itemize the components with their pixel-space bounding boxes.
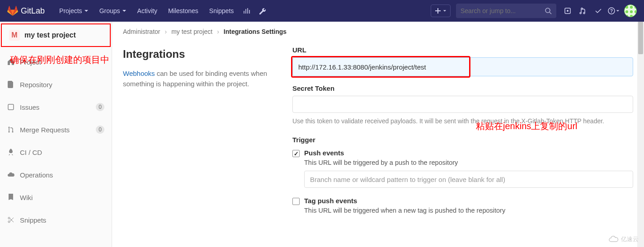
sidebar-item-wiki[interactable]: Wiki: [0, 188, 112, 207]
token-help-text: Use this token to validate received payl…: [292, 117, 633, 126]
svg-point-10: [8, 221, 10, 223]
chevron-down-icon: [84, 9, 89, 13]
brand-text: GitLab: [21, 6, 45, 16]
merge-icon: [7, 126, 14, 133]
push-events-label: Push events: [304, 149, 344, 157]
watermark: 亿速云: [608, 235, 639, 243]
todos-icon[interactable]: [591, 0, 606, 22]
breadcrumb-separator: ›: [165, 28, 167, 35]
merge-requests-shortcut-icon[interactable]: [575, 0, 591, 22]
svg-point-7: [9, 131, 10, 133]
sidebar-item-issues[interactable]: Issues0: [0, 98, 112, 117]
tag-push-events-desc: This URL will be triggered when a new ta…: [304, 207, 633, 214]
nav-milestones[interactable]: Milestones: [163, 0, 204, 22]
page-description: Webhooks can be used for binding events …: [123, 69, 274, 89]
url-input-full[interactable]: [292, 57, 633, 76]
svg-rect-5: [8, 104, 14, 110]
issues-icon: [7, 103, 14, 111]
user-avatar[interactable]: [624, 5, 637, 17]
nav-activity[interactable]: Activity: [132, 0, 163, 22]
rocket-icon: [7, 149, 14, 156]
sidebar-item-snippets[interactable]: Snippets: [0, 210, 112, 229]
sidebar-item-merge-requests[interactable]: Merge Requests0: [0, 120, 112, 139]
push-events-checkbox[interactable]: [292, 150, 300, 157]
global-search[interactable]: [456, 4, 556, 18]
svg-point-2: [567, 10, 569, 12]
breadcrumb-owner[interactable]: Administrator: [123, 28, 160, 35]
nav-snippets[interactable]: Snippets: [204, 0, 239, 22]
mr-count-badge: 0: [96, 126, 104, 134]
book-icon: [8, 194, 14, 201]
breadcrumb-separator: ›: [217, 28, 219, 35]
breadcrumb-project[interactable]: my test project: [171, 28, 212, 35]
new-dropdown-button[interactable]: [431, 5, 451, 17]
trigger-label: Trigger: [292, 136, 633, 144]
cloud-icon: [7, 171, 14, 178]
url-label: URL: [292, 46, 633, 54]
nav-projects[interactable]: Projects: [54, 0, 94, 22]
push-events-desc: This URL will be triggered by a push to …: [304, 159, 633, 166]
svg-point-9: [8, 217, 10, 219]
project-avatar: M: [9, 30, 20, 41]
sidebar-item-cicd[interactable]: CI / CD: [0, 143, 112, 162]
brand-logo[interactable]: GitLab: [7, 5, 45, 16]
svg-point-6: [9, 127, 10, 128]
tag-push-events-label: Tag push events: [304, 197, 357, 205]
token-label: Secret Token: [292, 84, 633, 92]
search-icon: [545, 7, 552, 14]
nav-groups[interactable]: Groups: [94, 0, 132, 22]
chevron-down-icon: [616, 9, 620, 13]
annotation-url: 粘贴在jenkins上复制的url: [476, 120, 577, 132]
issues-count-badge: 0: [96, 103, 104, 111]
plus-icon: [435, 8, 441, 14]
secret-token-input[interactable]: [292, 96, 633, 113]
sidebar-item-operations[interactable]: Operations: [0, 165, 112, 184]
issues-shortcut-icon[interactable]: [560, 0, 575, 22]
svg-point-8: [12, 131, 14, 133]
sidebar-item-repository[interactable]: Repository: [0, 75, 112, 94]
main-content: Administrator › my test project › Integr…: [112, 22, 644, 247]
scissors-icon: [7, 216, 14, 224]
file-icon: [8, 81, 14, 88]
svg-text:?: ?: [610, 9, 613, 14]
project-name: my test project: [24, 31, 76, 39]
search-input[interactable]: [461, 7, 545, 14]
svg-point-0: [545, 8, 550, 13]
webhooks-link[interactable]: Webhooks: [123, 70, 155, 77]
page-title: Integrations: [123, 48, 274, 61]
breadcrumb-current: Integrations Settings: [224, 28, 287, 35]
help-icon[interactable]: ?: [606, 0, 621, 22]
chevron-down-icon: [122, 9, 127, 13]
cloud-watermark-icon: [608, 236, 619, 243]
chevron-down-icon: [443, 9, 447, 13]
push-branch-filter-input[interactable]: [304, 171, 633, 188]
activity-chart-icon[interactable]: [239, 0, 254, 22]
annotation-project: 确保在刚刚创建的项目中: [10, 54, 109, 66]
gitlab-logo-icon: [7, 5, 18, 16]
sidebar-project-header[interactable]: M my test project: [1, 23, 111, 47]
wrench-icon[interactable]: [254, 0, 270, 22]
top-header: GitLab Projects Groups Activity Mileston…: [0, 0, 644, 22]
tag-push-events-checkbox[interactable]: [292, 198, 300, 205]
breadcrumb: Administrator › my test project › Integr…: [123, 28, 633, 35]
